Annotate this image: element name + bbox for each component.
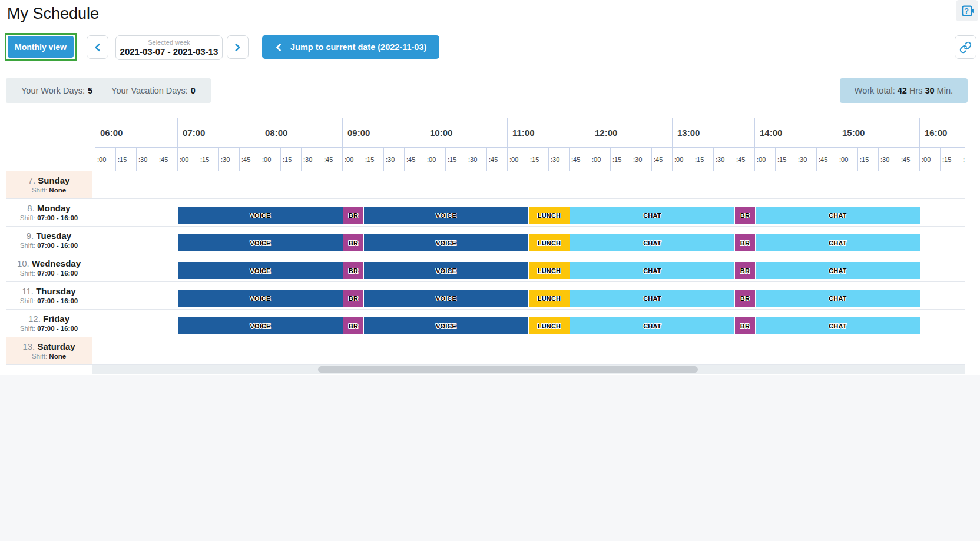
- stats-row: Your Work Days:5 Your Vacation Days:0 Wo…: [6, 78, 968, 103]
- next-week-button[interactable]: [227, 35, 249, 59]
- day-shift: Shift: None: [32, 187, 66, 194]
- hour-header-12:00: 12:00: [590, 118, 673, 147]
- day-number: 13.: [22, 341, 37, 351]
- hour-header-09:00: 09:00: [343, 118, 425, 147]
- main-content: My Schedule ? Monthly view Selected week…: [0, 0, 980, 375]
- shift-segment-br: BR: [734, 262, 755, 279]
- day-track-tuesday: VOICEBRVOICELUNCHCHATBRCHAT: [95, 227, 965, 254]
- stats-bar: Your Work Days:5 Your Vacation Days:0: [6, 78, 211, 103]
- day-label-thursday: 11. ThursdayShift: 07:00 - 16:00: [6, 282, 92, 309]
- shift-value: None: [49, 353, 66, 360]
- day-shift: Shift: 07:00 - 16:00: [20, 297, 78, 305]
- day-shift: Shift: None: [32, 353, 66, 360]
- quarter-header: :00: [755, 148, 776, 171]
- quarter-header: :45: [734, 148, 755, 171]
- schedule-row-thursday: 11. ThursdayShift: 07:00 - 16:00VOICEBRV…: [6, 282, 965, 310]
- chevron-left-icon: [94, 43, 101, 52]
- shift-segment-voice: VOICE: [363, 207, 528, 224]
- shift-segment-voice: VOICE: [178, 234, 343, 251]
- selected-week-label: Selected week: [148, 39, 190, 47]
- selected-week-box[interactable]: Selected week 2021-03-07 - 2021-03-13: [115, 35, 223, 60]
- work-total-badge: Work total:42Hrs30Min.: [840, 78, 968, 103]
- hour-header-10:00: 10:00: [425, 118, 508, 147]
- day-number: 10.: [17, 258, 32, 268]
- quarter-header: :30: [384, 148, 405, 171]
- hour-header-06:00: 06:00: [95, 118, 178, 147]
- quarter-header: :15: [611, 148, 631, 171]
- day-name: 10. Wednesday: [17, 258, 81, 268]
- day-name: 7. Sunday: [28, 175, 70, 185]
- quarter-header: :45: [652, 148, 673, 171]
- quarter-header: :00: [260, 148, 281, 171]
- quarter-header: :30: [961, 148, 965, 171]
- day-name: 13. Saturday: [22, 341, 75, 351]
- shift-segment-chat: CHAT: [570, 207, 734, 224]
- quarter-header: :15: [281, 148, 302, 171]
- shift-value: 07:00 - 16:00: [37, 242, 78, 249]
- shift-segment-lunch: LUNCH: [528, 290, 570, 307]
- shift-value: 07:00 - 16:00: [37, 214, 78, 221]
- help-icon: ?: [961, 4, 974, 18]
- shift-label: Shift:: [32, 353, 49, 360]
- quarter-header: :45: [899, 148, 920, 171]
- shift-segment-chat: CHAT: [570, 262, 734, 279]
- help-button[interactable]: ?: [956, 0, 978, 21]
- shift-segment-voice: VOICE: [363, 262, 528, 279]
- day-track-thursday: VOICEBRVOICELUNCHCHATBRCHAT: [95, 282, 965, 309]
- shift-segment-chat: CHAT: [570, 317, 734, 334]
- page-title: My Schedule: [7, 5, 99, 23]
- day-name: 12. Friday: [28, 314, 69, 324]
- vacation-days-stat: Your Vacation Days:0: [111, 86, 196, 95]
- quarter-header: :15: [528, 148, 549, 171]
- quarter-header: :30: [302, 148, 322, 171]
- day-name-text: Thursday: [36, 286, 76, 296]
- shift-segment-br: BR: [734, 290, 755, 307]
- time-header: 06:0007:0008:0009:0010:0011:0012:0013:00…: [95, 118, 965, 171]
- quarter-header: :15: [693, 148, 714, 171]
- day-track-friday: VOICEBRVOICELUNCHCHATBRCHAT: [95, 310, 965, 337]
- copy-link-button[interactable]: [955, 35, 976, 59]
- jump-to-current-date-button[interactable]: Jump to current date (2022-11-03): [262, 35, 439, 59]
- schedule-row-monday: 8. MondayShift: 07:00 - 16:00VOICEBRVOIC…: [6, 199, 965, 227]
- day-label-sunday: 7. SundayShift: None: [6, 171, 92, 198]
- quarter-header: :45: [817, 148, 837, 171]
- shift-label: Shift:: [20, 242, 37, 249]
- shift-segment-voice: VOICE: [178, 207, 343, 224]
- quarter-header: :45: [157, 148, 178, 171]
- quarter-header: :00: [920, 148, 941, 171]
- shift-segment-br: BR: [343, 290, 363, 307]
- shift-segment-chat: CHAT: [755, 234, 920, 251]
- day-number: 8.: [27, 203, 37, 213]
- shift-segment-lunch: LUNCH: [528, 262, 570, 279]
- horizontal-scrollbar[interactable]: [92, 365, 965, 374]
- shift-segment-voice: VOICE: [363, 317, 528, 334]
- quarter-header: :15: [941, 148, 961, 171]
- monthly-view-button[interactable]: Monthly view: [8, 36, 74, 58]
- day-name-text: Tuesday: [36, 231, 71, 241]
- quarter-header: :00: [508, 148, 528, 171]
- previous-week-button[interactable]: [87, 35, 108, 59]
- day-label-wednesday: 10. WednesdayShift: 07:00 - 16:00: [6, 254, 92, 281]
- quarter-header: :00: [590, 148, 611, 171]
- quarter-header: :00: [673, 148, 693, 171]
- day-name-text: Sunday: [38, 175, 69, 185]
- hour-header-11:00: 11:00: [508, 118, 590, 147]
- day-number: 12.: [28, 314, 43, 324]
- quarter-header: :30: [879, 148, 899, 171]
- shift-label: Shift:: [20, 214, 37, 221]
- shift-label: Shift:: [20, 270, 37, 277]
- shift-segment-voice: VOICE: [178, 262, 343, 279]
- shift-value: 07:00 - 16:00: [37, 270, 78, 277]
- link-icon: [959, 41, 972, 54]
- quarter-header: :00: [343, 148, 363, 171]
- day-track-monday: VOICEBRVOICELUNCHCHATBRCHAT: [95, 199, 965, 226]
- shift-value: 07:00 - 16:00: [37, 325, 78, 332]
- quarter-header: :00: [425, 148, 446, 171]
- day-name-text: Wednesday: [32, 258, 81, 268]
- shift-segment-chat: CHAT: [570, 290, 734, 307]
- scrollbar-thumb[interactable]: [318, 366, 698, 373]
- quarter-header: :15: [116, 148, 137, 171]
- chevron-right-icon: [234, 43, 241, 52]
- quarter-header: :15: [198, 148, 219, 171]
- shift-segment-br: BR: [343, 234, 363, 251]
